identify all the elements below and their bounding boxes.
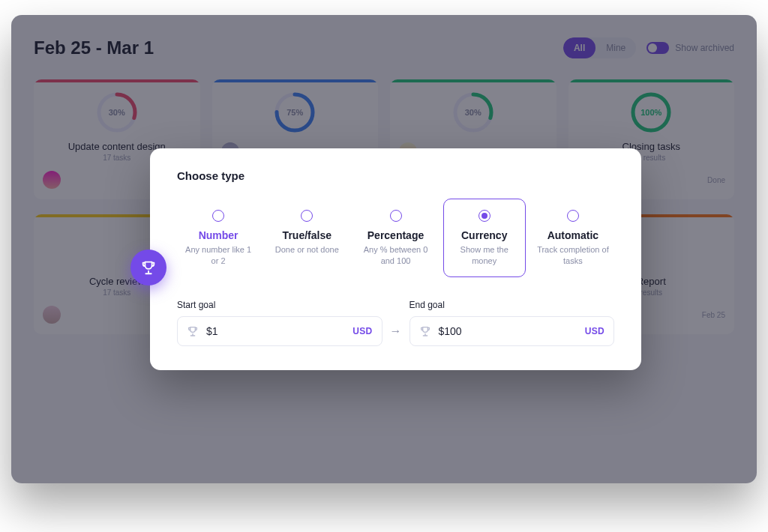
currency-unit[interactable]: USD xyxy=(585,326,604,336)
type-option-truefalse[interactable]: True/false Done or not done xyxy=(266,199,348,277)
type-option-number[interactable]: Number Any number like 1 or 2 xyxy=(177,199,260,277)
end-goal-label: End goal xyxy=(410,300,615,310)
end-goal-input[interactable]: $100 USD xyxy=(410,316,615,346)
choose-type-modal: Choose type Number Any number like 1 or … xyxy=(150,148,641,370)
trophy-badge-icon xyxy=(130,250,166,285)
type-option-automatic[interactable]: Automatic Track completion of tasks xyxy=(532,199,614,277)
modal-title: Choose type xyxy=(177,169,614,182)
type-name: Number xyxy=(182,229,254,241)
radio-icon xyxy=(390,210,402,222)
type-desc: Done or not done xyxy=(271,244,343,256)
type-name: True/false xyxy=(271,229,343,241)
currency-unit[interactable]: USD xyxy=(352,326,372,336)
type-desc: Show me the money xyxy=(448,244,520,267)
type-name: Automatic xyxy=(537,229,609,241)
trophy-icon xyxy=(187,325,199,337)
type-name: Currency xyxy=(448,229,520,241)
type-options: Number Any number like 1 or 2 True/false… xyxy=(177,199,614,277)
type-option-percentage[interactable]: Percentage Any % between 0 and 100 xyxy=(354,199,436,277)
end-goal-value[interactable]: $100 xyxy=(439,325,578,337)
app-window: Feb 25 - Mar 1 All Mine Show archived xyxy=(11,15,757,483)
type-desc: Track completion of tasks xyxy=(537,244,609,267)
goal-inputs: Start goal $1 USD → End goal xyxy=(177,300,614,346)
start-goal-label: Start goal xyxy=(177,300,382,310)
radio-icon xyxy=(212,210,224,222)
radio-icon xyxy=(567,210,579,222)
start-goal-input[interactable]: $1 USD xyxy=(177,316,382,346)
type-desc: Any % between 0 and 100 xyxy=(359,244,431,267)
type-desc: Any number like 1 or 2 xyxy=(182,244,254,267)
start-goal-value[interactable]: $1 xyxy=(206,325,345,337)
radio-icon xyxy=(478,210,490,222)
type-option-currency[interactable]: Currency Show me the money xyxy=(443,199,526,277)
type-name: Percentage xyxy=(359,229,431,241)
trophy-icon xyxy=(419,325,431,337)
arrow-right-icon: → xyxy=(390,316,402,346)
radio-icon xyxy=(301,210,313,222)
